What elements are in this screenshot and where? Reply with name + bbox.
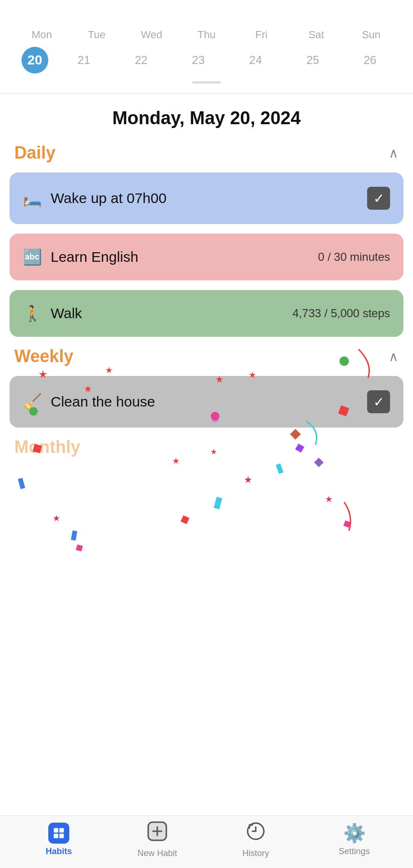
habit-walk-name: Walk xyxy=(51,305,82,321)
settings-icon: ⚙️ xyxy=(343,823,366,844)
daily-section-header[interactable]: Daily ∧ xyxy=(10,143,403,163)
svg-rect-29 xyxy=(59,834,64,838)
svg-rect-18 xyxy=(71,530,77,540)
weekly-section-header[interactable]: Weekly ∧ xyxy=(10,346,403,366)
nav-settings-label: Settings xyxy=(338,847,370,857)
history-icon xyxy=(246,821,266,846)
today-dot xyxy=(33,75,37,78)
habit-wake-up[interactable]: 🛏️ Wake up at 07h00 ✓ xyxy=(10,172,403,224)
day-headers: Mon Tue Wed Thu Fri Sat Sun xyxy=(14,29,399,41)
day-sun: Sun xyxy=(349,29,392,41)
habits-icon-svg xyxy=(52,826,65,840)
separator xyxy=(0,93,413,94)
day-fri: Fri xyxy=(240,29,283,41)
divider-handle xyxy=(192,81,221,84)
day-dates: 20 21 22 23 24 25 26 xyxy=(14,47,399,74)
habit-english-left: 🔤 Learn English xyxy=(23,248,138,266)
date-23-num: 23 xyxy=(177,54,220,67)
broom-icon: 🧹 xyxy=(23,393,42,411)
weekly-title: Weekly xyxy=(14,346,73,366)
svg-text:★: ★ xyxy=(325,494,333,504)
svg-rect-24 xyxy=(343,520,350,527)
date-26-num: 26 xyxy=(348,54,391,67)
svg-text:★: ★ xyxy=(244,474,252,485)
habit-clean-checkbox[interactable]: ✓ xyxy=(367,390,390,413)
svg-rect-25 xyxy=(76,545,83,552)
date-20[interactable]: 20 xyxy=(22,47,48,74)
date-22-num: 22 xyxy=(120,54,163,67)
date-25-num: 25 xyxy=(291,54,334,67)
language-icon: 🔤 xyxy=(23,248,42,266)
day-sat: Sat xyxy=(295,29,338,41)
habit-walk-left: 🚶 Walk xyxy=(23,304,82,322)
svg-rect-27 xyxy=(59,828,64,833)
day-thu: Thu xyxy=(185,29,228,41)
date-21[interactable]: 21 xyxy=(63,47,106,74)
day-tue: Tue xyxy=(75,29,118,41)
add-icon xyxy=(147,821,167,846)
habit-wake-up-checkbox[interactable]: ✓ xyxy=(367,187,390,210)
svg-text:★: ★ xyxy=(105,365,113,375)
svg-text:★: ★ xyxy=(172,456,180,466)
habit-clean-left: 🧹 Clean the house xyxy=(23,393,155,411)
date-24-num: 24 xyxy=(234,54,277,67)
svg-rect-28 xyxy=(54,834,58,838)
date-25[interactable]: 25 xyxy=(291,47,334,74)
date-23[interactable]: 23 xyxy=(177,47,220,74)
nav-new-habit[interactable]: New Habit xyxy=(108,821,206,858)
calendar-section: Mon Tue Wed Thu Fri Sat Sun 20 21 22 23 … xyxy=(0,0,413,84)
date-22[interactable]: 22 xyxy=(120,47,163,74)
svg-rect-20 xyxy=(214,497,222,509)
habit-clean-house[interactable]: 🧹 Clean the house ✓ xyxy=(10,376,403,428)
habit-walk[interactable]: 🚶 Walk 4,733 / 5,000 steps xyxy=(10,290,403,337)
nav-history-label: History xyxy=(242,848,269,858)
habit-wake-up-left: 🛏️ Wake up at 07h00 xyxy=(23,189,166,207)
nav-habits-label: Habits xyxy=(45,847,72,857)
nav-history[interactable]: History xyxy=(206,821,305,858)
habits-container: Daily ∧ ★ ★ ★ ★ ★ ★ ★ ★ ★ ★ xyxy=(0,143,413,428)
nav-settings[interactable]: ⚙️ Settings xyxy=(305,823,403,857)
walk-icon: 🚶 xyxy=(23,304,42,322)
day-wed: Wed xyxy=(130,29,173,41)
habit-english-name: Learn English xyxy=(51,249,138,265)
daily-chevron-icon: ∧ xyxy=(389,145,399,161)
svg-rect-26 xyxy=(54,828,58,833)
nav-new-habit-label: New Habit xyxy=(137,848,177,858)
date-26[interactable]: 26 xyxy=(348,47,391,74)
habit-wake-up-name: Wake up at 07h00 xyxy=(51,190,166,206)
daily-cards: ★ ★ ★ ★ ★ ★ ★ ★ ★ ★ xyxy=(10,172,403,337)
habit-english-progress: 0 / 30 minutes xyxy=(318,250,390,264)
weekly-chevron-icon: ∧ xyxy=(389,349,399,364)
habit-learn-english[interactable]: 🔤 Learn English 0 / 30 minutes xyxy=(10,234,403,280)
monthly-peek: Monthly xyxy=(0,437,413,457)
date-21-num: 21 xyxy=(63,54,106,67)
main-date-title: Monday, May 20, 2024 xyxy=(0,108,413,129)
daily-title: Daily xyxy=(14,143,55,163)
svg-rect-21 xyxy=(181,515,190,525)
svg-text:★: ★ xyxy=(53,514,60,523)
habit-clean-name: Clean the house xyxy=(51,394,155,410)
today-date: 20 xyxy=(22,47,48,74)
svg-rect-17 xyxy=(18,478,25,489)
svg-rect-19 xyxy=(276,463,283,474)
svg-rect-23 xyxy=(314,458,324,467)
nav-habits[interactable]: Habits xyxy=(10,823,108,857)
habits-nav-icon xyxy=(48,823,69,844)
day-mon: Mon xyxy=(20,29,63,41)
date-24[interactable]: 24 xyxy=(234,47,277,74)
habit-walk-progress: 4,733 / 5,000 steps xyxy=(293,307,390,320)
bottom-nav: Habits New Habit History ⚙️ Settings xyxy=(0,815,413,868)
bed-icon: 🛏️ xyxy=(23,189,42,207)
